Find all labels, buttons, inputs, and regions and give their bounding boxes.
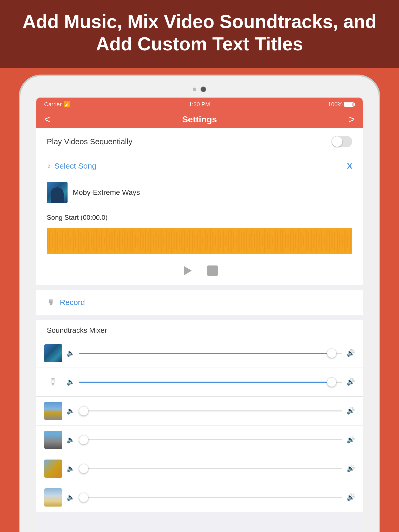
slider-4[interactable]	[79, 439, 342, 440]
svg-rect-49	[171, 229, 172, 252]
song-thumbnail	[47, 182, 68, 203]
waveform-container[interactable]	[36, 228, 363, 259]
svg-rect-115	[342, 235, 343, 247]
svg-rect-105	[316, 229, 317, 252]
svg-rect-17	[88, 232, 89, 250]
svg-rect-52	[179, 236, 180, 246]
svg-rect-44	[158, 234, 159, 248]
svg-rect-13	[78, 229, 79, 252]
mixer-row-4: 🔈 🔊	[36, 425, 363, 454]
svg-rect-46	[163, 237, 164, 245]
svg-rect-108	[324, 237, 325, 245]
svg-rect-45	[161, 230, 162, 251]
tablet-frame: Carrier 📶 1:30 PM 100% < Settings > Play…	[20, 76, 379, 532]
svg-rect-28	[117, 234, 118, 247]
svg-rect-112	[334, 232, 335, 250]
select-song-button[interactable]: Select Song	[54, 162, 96, 170]
svg-rect-68	[220, 234, 221, 248]
svg-rect-16	[85, 230, 87, 252]
svg-rect-11	[73, 230, 74, 251]
song-start-row: Song Start (00:00.0)	[36, 208, 363, 228]
toggle-thumb	[332, 136, 342, 147]
select-song-section: ♪ Select Song X Moby-Extreme Ways Song S…	[36, 155, 363, 285]
header-title: Add Music, Mix Video Soundtracks, and Ad…	[21, 10, 378, 55]
svg-rect-116	[344, 230, 345, 251]
svg-rect-1	[47, 233, 48, 249]
svg-rect-14	[81, 232, 82, 249]
nav-back-button[interactable]: <	[44, 114, 50, 125]
mixer-title: Soundtracks Mixer	[36, 320, 363, 339]
svg-rect-30	[122, 236, 123, 246]
battery-icon	[344, 102, 355, 107]
svg-rect-47	[166, 230, 167, 252]
svg-rect-69	[223, 231, 224, 251]
volume-min-icon-6: 🔈	[66, 493, 75, 501]
nav-title: Settings	[182, 114, 217, 124]
svg-rect-99	[301, 232, 302, 249]
svg-rect-8	[65, 233, 66, 249]
tablet-camera-area	[193, 87, 206, 92]
svg-rect-88	[272, 237, 273, 245]
carrier-label: Carrier	[44, 101, 62, 108]
svg-rect-90	[277, 232, 278, 250]
svg-rect-106	[318, 234, 320, 247]
svg-rect-60	[200, 230, 201, 252]
mixer-mic-cell: 🎙	[44, 373, 62, 391]
svg-rect-2	[49, 230, 50, 251]
svg-rect-40	[148, 232, 149, 250]
nav-forward-button[interactable]: >	[349, 114, 355, 125]
svg-rect-33	[130, 231, 131, 251]
svg-rect-23	[104, 237, 105, 245]
play-button[interactable]	[181, 264, 194, 277]
svg-rect-62	[205, 230, 206, 251]
play-triangle-icon	[184, 266, 192, 275]
svg-rect-118	[350, 230, 351, 252]
play-videos-toggle[interactable]	[331, 136, 352, 147]
svg-rect-3	[52, 234, 53, 247]
slider-6[interactable]	[79, 497, 342, 498]
svg-rect-34	[132, 229, 133, 252]
svg-rect-111	[331, 233, 332, 249]
svg-rect-107	[321, 231, 322, 251]
svg-rect-84	[262, 236, 263, 246]
status-bar-right: 100%	[328, 101, 355, 108]
slider-1[interactable]	[79, 353, 342, 354]
close-song-button[interactable]: X	[347, 162, 352, 170]
svg-rect-37	[140, 230, 141, 251]
mixer-row-6: 🔈 🔊	[36, 483, 363, 512]
svg-rect-74	[236, 237, 237, 245]
svg-rect-54	[184, 230, 185, 252]
svg-rect-92	[282, 229, 283, 252]
svg-rect-66	[215, 235, 216, 247]
svg-rect-96	[293, 230, 294, 252]
svg-rect-58	[194, 234, 195, 247]
svg-rect-73	[233, 232, 234, 249]
svg-rect-53	[181, 230, 182, 251]
volume-min-icon-3: 🔈	[66, 407, 75, 415]
svg-rect-97	[295, 233, 296, 249]
mixer-thumbnail-5	[44, 460, 62, 478]
camera-dot	[201, 87, 206, 92]
svg-rect-100	[303, 236, 304, 246]
svg-rect-109	[326, 230, 327, 251]
slider-3[interactable]	[79, 410, 342, 411]
svg-rect-64	[210, 229, 211, 252]
svg-rect-15	[83, 235, 84, 247]
slider-5[interactable]	[79, 468, 342, 469]
svg-rect-51	[176, 232, 177, 250]
record-button[interactable]: Record	[60, 298, 85, 307]
mixer-row-3: 🔈 🔊	[36, 396, 363, 425]
waveform[interactable]	[47, 228, 352, 254]
svg-rect-41	[150, 229, 151, 252]
slider-2[interactable]	[79, 382, 342, 383]
svg-rect-72	[231, 229, 232, 252]
svg-rect-101	[306, 230, 307, 251]
svg-rect-86	[267, 232, 268, 249]
stop-button[interactable]	[207, 265, 218, 276]
svg-rect-20	[96, 229, 97, 252]
content-area: Play Videos Sequentially ♪ Select Song X	[36, 128, 363, 532]
mixer-thumbnail-6	[44, 488, 62, 507]
svg-rect-12	[75, 234, 76, 248]
mixer-mic-icon: 🎙	[49, 377, 58, 388]
song-item[interactable]: Moby-Extreme Ways	[36, 177, 363, 208]
